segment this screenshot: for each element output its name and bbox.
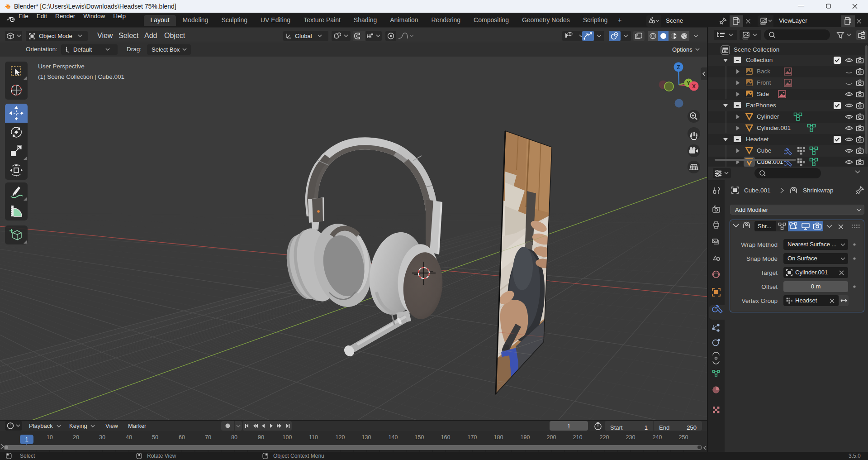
svg-text:Z: Z [677, 64, 680, 71]
svg-text:X: X [692, 83, 696, 90]
